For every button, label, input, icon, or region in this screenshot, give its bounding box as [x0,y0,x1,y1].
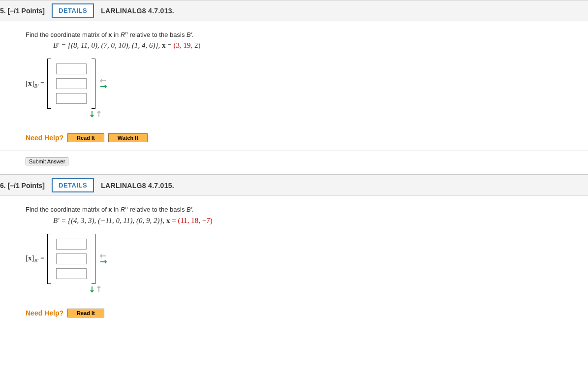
points: [–/1 Points] [8,7,45,15]
B-sym: B′ [186,31,192,38]
matrix-entry-3[interactable] [56,268,87,279]
matrix-entry-2[interactable] [56,253,87,264]
submit-row: Submit Answer [0,151,588,175]
matrix-lhs: [x]B′ = [26,79,44,89]
points: [–/1 Points] [8,182,45,189]
x-sym: x [108,206,112,214]
basis-lhs: B′ = {(8, 11, 0), (7, 0, 10), (1, 4, 6)}… [53,41,162,49]
x-value: (3, 19, 2) [173,41,200,49]
matrix-lhs: [x]B′ = [26,254,44,263]
need-help-label: Need Help? [26,309,63,317]
x-sym: x [108,31,112,38]
t: Find the coordinate matrix of [26,206,108,214]
left-bracket [47,59,51,109]
question-header: 5. [–/1 Points] DETAILS LARLINALG8 4.7.0… [0,0,588,21]
right-bracket [92,59,95,109]
B-sym: B′ [186,206,192,214]
R-sym: R [121,206,125,214]
read-it-button[interactable]: Read It [67,133,104,142]
matrix-entry-1[interactable] [56,239,87,250]
problem-reference: LARLINALG8 4.7.013. [101,7,174,15]
need-help-row: Need Help? Read It Watch It [26,133,588,142]
watch-it-button[interactable]: Watch It [108,133,148,142]
prompt: Find the coordinate matrix of x in Rn re… [26,30,588,38]
t: . [192,206,194,214]
t: relative to the basis [128,206,186,214]
expand-down-icons[interactable] [89,110,588,119]
question-body: Find the coordinate matrix of x in Rn re… [0,196,588,325]
matrix-cells [54,236,89,282]
details-button[interactable]: DETAILS [52,3,94,18]
t: in [112,206,121,214]
t: = [170,217,178,224]
t: relative to the basis [128,31,186,38]
t: = [165,41,173,49]
need-help-row: Need Help? Read It [26,309,588,317]
sub: B′ [34,83,39,89]
qnum-digit: 5. [0,7,6,15]
need-help-label: Need Help? [26,134,63,142]
t: = [38,79,44,87]
basis-def: B′ = {(4, 3, 3), (−11, 0, 11), (0, 9, 2)… [53,217,588,225]
read-it-button[interactable]: Read It [67,309,104,317]
expand-right-icons[interactable] [98,77,108,91]
expand-right-icons[interactable] [98,252,108,266]
t: Find the coordinate matrix of [26,31,108,38]
question-number: 6. [–/1 Points] [0,182,45,189]
matrix-row: [x]B′ = [26,59,588,109]
question-body: Find the coordinate matrix of x in Rn re… [0,21,588,151]
basis-def: B′ = {(8, 11, 0), (7, 0, 10), (1, 4, 6)}… [53,41,588,50]
submit-answer-button[interactable]: Submit Answer [26,158,68,165]
t: = [38,254,44,262]
matrix-row: [x]B′ = [26,234,588,284]
x-value: (11, 18, −7) [178,217,212,224]
x-sym: x [28,79,32,87]
problem-reference: LARLINALG8 4.7.015. [101,182,174,189]
t: in [112,31,121,38]
matrix-entry-3[interactable] [56,93,87,104]
t: . [192,31,194,38]
matrix-cells [54,61,89,107]
details-button[interactable]: DETAILS [52,178,94,192]
sub: B′ [34,258,39,263]
qnum-digit: 6. [0,182,6,189]
question-6: 6. [–/1 Points] DETAILS LARLINALG8 4.7.0… [0,175,588,325]
question-header: 6. [–/1 Points] DETAILS LARLINALG8 4.7.0… [0,175,588,196]
left-bracket [47,234,51,284]
x-sym: x [28,254,32,262]
expand-down-icons[interactable] [89,285,588,294]
prompt: Find the coordinate matrix of x in Rn re… [26,205,588,213]
matrix-entry-1[interactable] [56,63,87,74]
question-5: 5. [–/1 Points] DETAILS LARLINALG8 4.7.0… [0,0,588,175]
right-bracket [92,234,95,284]
basis-lhs: B′ = {(4, 3, 3), (−11, 0, 11), (0, 9, 2)… [53,217,166,224]
matrix-entry-2[interactable] [56,78,87,89]
question-number: 5. [–/1 Points] [0,7,45,15]
R-sym: R [121,31,125,38]
